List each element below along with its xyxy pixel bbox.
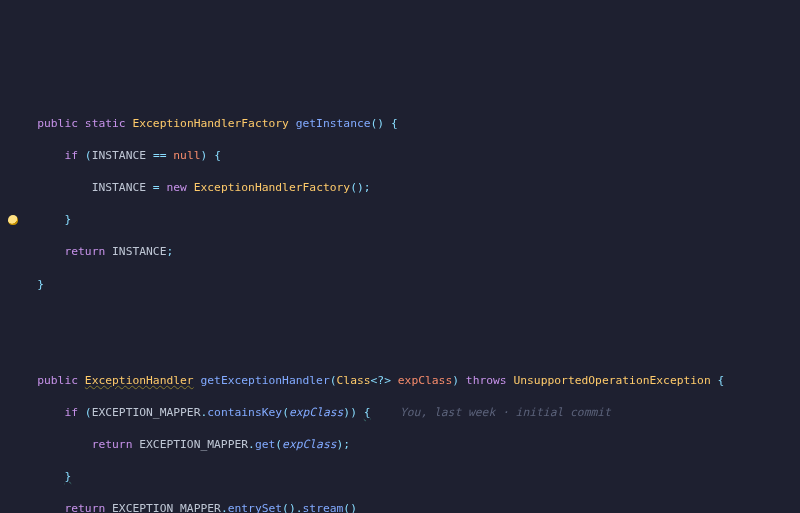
type: UnsupportedOperationException <box>513 374 710 387</box>
keyword: new <box>166 181 186 194</box>
keyword: public <box>37 374 78 387</box>
var-ref: expClass <box>289 406 343 419</box>
git-blame: You, last week · initial commit <box>400 405 611 421</box>
code-line[interactable]: } <box>10 277 800 293</box>
code-line[interactable]: } <box>10 212 800 228</box>
keyword: public <box>37 117 78 130</box>
type: ExceptionHandlerFactory <box>132 117 288 130</box>
code-line[interactable] <box>10 309 800 325</box>
method: get <box>255 438 275 451</box>
type: ExceptionHandler <box>85 374 194 387</box>
field: INSTANCE <box>92 149 146 162</box>
field: EXCEPTION_MAPPER <box>92 406 201 419</box>
code-line[interactable]: } <box>10 469 800 485</box>
method: stream <box>303 502 344 513</box>
field: EXCEPTION_MAPPER <box>139 438 248 451</box>
keyword: return <box>92 438 133 451</box>
code-line[interactable]: return EXCEPTION_MAPPER.get(expClass); <box>10 437 800 453</box>
code-line[interactable] <box>10 341 800 357</box>
code-line[interactable]: if (INSTANCE == null) { <box>10 148 800 164</box>
keyword: return <box>64 245 105 258</box>
field: INSTANCE <box>92 181 146 194</box>
code-line[interactable]: public ExceptionHandler getExceptionHand… <box>10 373 800 389</box>
type: Class <box>337 374 371 387</box>
method: getInstance <box>296 117 371 130</box>
field: INSTANCE <box>112 245 166 258</box>
code-editor[interactable]: public static ExceptionHandlerFactory ge… <box>10 68 800 513</box>
keyword: if <box>64 406 78 419</box>
method: getExceptionHandler <box>200 374 329 387</box>
code-line[interactable]: public static ExceptionHandlerFactory ge… <box>10 116 800 132</box>
keyword: if <box>64 149 78 162</box>
keyword: return <box>64 502 105 513</box>
field: EXCEPTION_MAPPER <box>112 502 221 513</box>
keyword: throws <box>466 374 507 387</box>
code-line[interactable]: INSTANCE = new ExceptionHandlerFactory()… <box>10 180 800 196</box>
param: expClass <box>398 374 452 387</box>
null: null <box>173 149 200 162</box>
method: entrySet <box>228 502 282 513</box>
var-ref: expClass <box>282 438 336 451</box>
keyword: static <box>85 117 126 130</box>
type: ExceptionHandlerFactory <box>194 181 350 194</box>
method: containsKey <box>207 406 282 419</box>
code-line[interactable]: return INSTANCE; <box>10 244 800 260</box>
code-line[interactable]: return EXCEPTION_MAPPER.entrySet().strea… <box>10 501 800 513</box>
code-line[interactable]: if (EXCEPTION_MAPPER.containsKey(expClas… <box>10 405 800 421</box>
